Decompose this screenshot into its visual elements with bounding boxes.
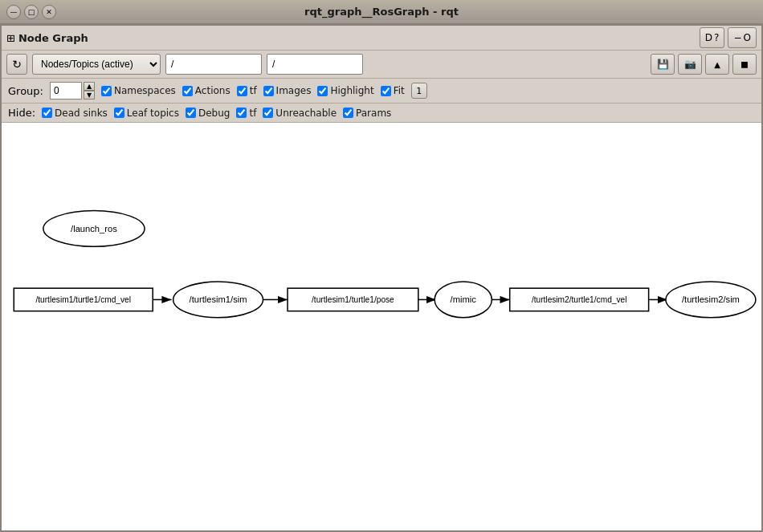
filter2-input[interactable]	[267, 54, 363, 75]
hide-label: Hide:	[8, 107, 35, 119]
leaf-topics-checkbox[interactable]	[114, 108, 124, 118]
counter-badge[interactable]: 1	[411, 83, 427, 99]
node-launch-ros-label: /launch_ros	[71, 224, 117, 234]
toolbar-right: D ? − O	[700, 27, 757, 48]
dead-sinks-checkbox[interactable]	[42, 108, 52, 118]
highlight-checkbox-label[interactable]: Highlight	[317, 85, 373, 96]
namespaces-checkbox-label[interactable]: Namespaces	[101, 85, 176, 96]
tf-hide-checkbox-label[interactable]: tf	[236, 108, 256, 119]
node-turtlesim2-sim-label: /turtlesim2/sim	[682, 295, 740, 305]
node-turtlesim1-sim-label: /turtlesim1/sim	[190, 295, 247, 305]
params-checkbox-label[interactable]: Params	[343, 108, 391, 119]
minimize-btn[interactable]: —	[6, 5, 21, 19]
params-checkbox[interactable]	[343, 108, 353, 118]
save-icon: 💾	[657, 59, 669, 70]
dead-sinks-checkbox-label[interactable]: Dead sinks	[42, 108, 108, 119]
debug-checkbox-label[interactable]: Debug	[186, 108, 230, 119]
node-turtlesim1-pose-label: /turtlesim1/turtle1/pose	[312, 296, 394, 305]
stop-button[interactable]: ◼	[732, 54, 757, 75]
save-button[interactable]: 💾	[651, 54, 675, 75]
menu-bar: ⊞ Node Graph D ? − O	[2, 26, 761, 51]
view-mode-dropdown[interactable]: Nodes/Topics (active)	[32, 54, 161, 75]
options-row: Group: ▲ ▼ Namespaces Actions tf Images …	[2, 79, 761, 104]
actions-checkbox-label[interactable]: Actions	[182, 85, 231, 96]
namespaces-checkbox[interactable]	[101, 86, 112, 96]
fit-checkbox[interactable]	[381, 86, 391, 96]
title-bar: — □ ✕ rqt_graph__RosGraph - rqt	[0, 0, 763, 24]
close-btn[interactable]: ✕	[42, 5, 56, 19]
tf-options-checkbox-label[interactable]: tf	[237, 85, 257, 96]
fit-checkbox-label[interactable]: Fit	[381, 85, 405, 96]
actions-checkbox[interactable]	[182, 86, 193, 96]
highlight-checkbox[interactable]	[317, 86, 328, 96]
question-icon: ?	[714, 32, 719, 43]
help-button[interactable]: D ?	[700, 27, 725, 48]
minus-button[interactable]: − O	[728, 27, 757, 48]
leaf-topics-checkbox-label[interactable]: Leaf topics	[114, 108, 179, 119]
refresh-button[interactable]: ↻	[6, 54, 27, 75]
node-mimic-label: /mimic	[451, 295, 477, 305]
group-input[interactable]	[50, 82, 82, 99]
filter1-input[interactable]	[165, 54, 262, 75]
camera-icon: 📷	[684, 59, 696, 70]
group-label: Group:	[8, 85, 43, 97]
unreachable-checkbox-label[interactable]: Unreachable	[263, 108, 337, 119]
toolbar-row: ↻ Nodes/Topics (active) 💾 📷 ▲ ◼	[2, 51, 761, 79]
upload-icon: ▲	[714, 60, 720, 69]
plugin-icon: ⊞	[6, 32, 15, 44]
images-checkbox[interactable]	[263, 86, 274, 96]
debug-checkbox[interactable]	[186, 108, 196, 118]
spin-up-btn[interactable]: ▲	[84, 82, 95, 91]
graph-area[interactable]: /launch_ros /turtlesim1/turtle1/cmd_vel …	[2, 123, 761, 530]
spin-down-btn[interactable]: ▼	[84, 91, 95, 99]
group-spinner: ▲ ▼	[50, 82, 95, 99]
node-turtlesim1-cmd-vel-label: /turtlesim1/turtle1/cmd_vel	[35, 296, 131, 305]
tf-hide-checkbox[interactable]	[236, 108, 247, 118]
refresh-icon: ↻	[12, 58, 22, 71]
d-label: D	[705, 32, 712, 43]
upload-button[interactable]: ▲	[705, 54, 729, 75]
plugin-label: Node Graph	[18, 32, 88, 44]
stop-icon: ◼	[741, 59, 749, 70]
hide-row: Hide: Dead sinks Leaf topics Debug tf Un…	[2, 104, 761, 123]
graph-svg: /launch_ros /turtlesim1/turtle1/cmd_vel …	[2, 123, 761, 530]
maximize-btn[interactable]: □	[24, 5, 39, 19]
node-turtlesim2-cmd-vel-label: /turtlesim2/turtle1/cmd_vel	[532, 296, 627, 305]
window-title: rqt_graph__RosGraph - rqt	[71, 6, 692, 18]
main-window: ⊞ Node Graph D ? − O ↻ Nodes/Topics (act…	[0, 24, 763, 532]
images-checkbox-label[interactable]: Images	[263, 85, 312, 96]
unreachable-checkbox[interactable]	[263, 108, 273, 118]
tf-options-checkbox[interactable]	[237, 86, 247, 96]
screenshot-button[interactable]: 📷	[678, 54, 702, 75]
o-label: O	[744, 32, 751, 43]
minus-icon: −	[733, 32, 741, 43]
